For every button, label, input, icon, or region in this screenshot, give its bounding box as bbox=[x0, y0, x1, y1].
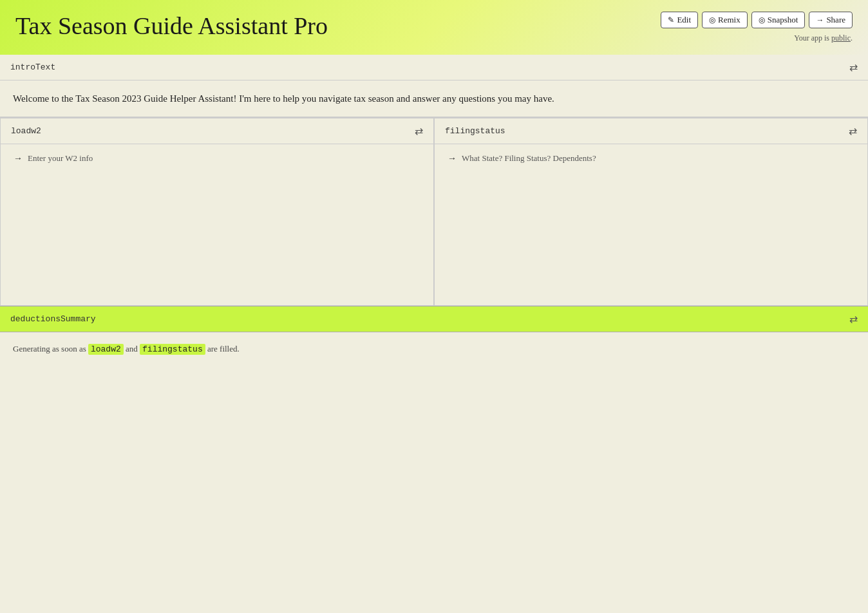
two-col-grid: loadw2 ⇄ → Enter your W2 info filingstat… bbox=[0, 117, 868, 306]
public-note: Your app is public. bbox=[794, 33, 853, 43]
remix-icon: ◎ bbox=[709, 15, 715, 25]
loadw2-cell: loadw2 ⇄ → Enter your W2 info bbox=[0, 118, 434, 306]
deductions-label: deductionsSummary bbox=[10, 314, 96, 324]
snapshot-label: Snapshot bbox=[768, 15, 798, 25]
snapshot-button[interactable]: ◎ Snapshot bbox=[751, 12, 806, 28]
edit-icon: ✎ bbox=[668, 15, 674, 25]
deductions-suffix: are filled. bbox=[205, 344, 240, 354]
filingstatus-label: filingstatus bbox=[445, 126, 505, 136]
loadw2-label: loadw2 bbox=[11, 126, 41, 136]
filingstatus-header: filingstatus ⇄ bbox=[435, 118, 867, 144]
loadw2-settings-icon[interactable]: ⇄ bbox=[415, 125, 423, 137]
share-button[interactable]: → Share bbox=[809, 12, 853, 28]
deductions-body: Generating as soon as loadw2 and filings… bbox=[0, 332, 868, 532]
header-right: ✎ Edit ◎ Remix ◎ Snapshot → Share Your a… bbox=[661, 12, 853, 43]
edit-label: Edit bbox=[677, 15, 691, 25]
edit-button[interactable]: ✎ Edit bbox=[661, 12, 698, 28]
intro-section-header: introText ⇄ bbox=[0, 55, 868, 80]
remix-label: Remix bbox=[718, 15, 741, 25]
loadw2-arrow: → bbox=[14, 153, 23, 164]
loadw2-body[interactable]: → Enter your W2 info bbox=[1, 144, 433, 305]
app-title: Tax Season Guide Assistant Pro bbox=[15, 12, 328, 40]
filingstatus-body[interactable]: → What State? Filing Status? Dependents? bbox=[435, 144, 867, 305]
share-label: Share bbox=[826, 15, 845, 25]
app-header: Tax Season Guide Assistant Pro ✎ Edit ◎ … bbox=[0, 0, 868, 55]
filingstatus-tag: filingstatus bbox=[140, 344, 205, 355]
intro-section: introText ⇄ Welcome to the Tax Season 20… bbox=[0, 55, 868, 117]
share-icon: → bbox=[816, 15, 824, 25]
filingstatus-prompt: → What State? Filing Status? Dependents? bbox=[448, 153, 854, 164]
deductions-header: deductionsSummary ⇄ bbox=[0, 306, 868, 332]
loadw2-prompt: → Enter your W2 info bbox=[14, 153, 420, 164]
filingstatus-cell: filingstatus ⇄ → What State? Filing Stat… bbox=[434, 118, 868, 306]
loadw2-prompt-text: Enter your W2 info bbox=[28, 153, 93, 164]
loadw2-header: loadw2 ⇄ bbox=[1, 118, 433, 144]
intro-settings-icon[interactable]: ⇄ bbox=[849, 61, 858, 73]
intro-text: Welcome to the Tax Season 2023 Guide Hel… bbox=[13, 91, 855, 106]
filingstatus-settings-icon[interactable]: ⇄ bbox=[849, 125, 857, 137]
deductions-prefix: Generating as soon as bbox=[13, 344, 88, 354]
loadw2-tag: loadw2 bbox=[88, 344, 124, 355]
deductions-text: Generating as soon as loadw2 and filings… bbox=[13, 343, 855, 357]
toolbar: ✎ Edit ◎ Remix ◎ Snapshot → Share bbox=[661, 12, 853, 28]
filingstatus-arrow: → bbox=[448, 153, 457, 164]
remix-button[interactable]: ◎ Remix bbox=[702, 12, 748, 28]
filingstatus-prompt-text: What State? Filing Status? Dependents? bbox=[462, 153, 596, 164]
public-link[interactable]: public bbox=[831, 33, 851, 42]
deductions-middle: and bbox=[124, 344, 140, 354]
deductions-settings-icon[interactable]: ⇄ bbox=[849, 313, 858, 325]
intro-section-label: introText bbox=[10, 62, 55, 72]
snapshot-icon: ◎ bbox=[759, 15, 765, 25]
intro-section-body: Welcome to the Tax Season 2023 Guide Hel… bbox=[0, 80, 868, 117]
deductions-section: deductionsSummary ⇄ Generating as soon a… bbox=[0, 306, 868, 532]
